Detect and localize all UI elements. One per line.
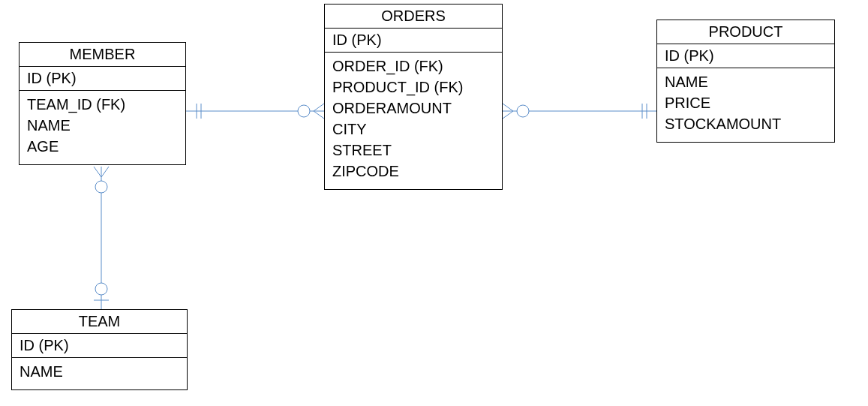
entity-attr: PRODUCT_ID (FK) [332,77,494,98]
entity-member: MEMBER ID (PK) TEAM_ID (FK) NAME AGE [19,42,186,165]
connector-member-orders [186,104,324,119]
connector-member-team [94,167,109,309]
svg-line-8 [503,111,513,119]
svg-line-4 [314,104,324,111]
entity-attr: ZIPCODE [332,161,494,182]
entity-product: PRODUCT ID (PK) NAME PRICE STOCKAMOUNT [656,20,835,143]
svg-line-13 [94,167,101,177]
svg-point-16 [95,283,107,295]
entity-member-title: MEMBER [20,43,185,67]
entity-product-attrs: NAME PRICE STOCKAMOUNT [657,68,834,142]
svg-point-15 [95,181,107,193]
entity-orders: ORDERS ID (PK) ORDER_ID (FK) PRODUCT_ID … [324,4,503,190]
entity-orders-attrs: ORDER_ID (FK) PRODUCT_ID (FK) ORDERAMOUN… [325,53,502,189]
connector-orders-product [503,104,656,119]
entity-attr: PRICE [665,92,827,113]
svg-line-5 [314,111,324,119]
entity-team-attrs: NAME [12,358,187,389]
svg-point-9 [517,105,529,117]
entity-attr: TEAM_ID (FK) [27,94,178,115]
entity-attr: CITY [332,119,494,140]
entity-attr: ORDER_ID (FK) [332,56,494,77]
svg-line-14 [101,167,109,177]
entity-member-attrs: TEAM_ID (FK) NAME AGE [20,91,185,164]
entity-team: TEAM ID (PK) NAME [11,309,188,390]
entity-attr: NAME [665,71,827,92]
svg-line-7 [503,104,513,111]
entity-attr: ORDERAMOUNT [332,98,494,119]
entity-product-title: PRODUCT [657,20,834,44]
svg-point-3 [298,105,310,117]
entity-attr: NAME [27,115,178,136]
entity-attr: STOCKAMOUNT [665,113,827,134]
entity-team-title: TEAM [12,310,187,334]
entity-product-pk: ID (PK) [657,44,834,68]
entity-orders-pk: ID (PK) [325,29,502,53]
entity-member-pk: ID (PK) [20,67,185,91]
entity-attr: STREET [332,140,494,161]
entity-team-pk: ID (PK) [12,334,187,358]
entity-attr: AGE [27,136,178,157]
entity-orders-title: ORDERS [325,5,502,29]
entity-attr: NAME [20,361,179,382]
